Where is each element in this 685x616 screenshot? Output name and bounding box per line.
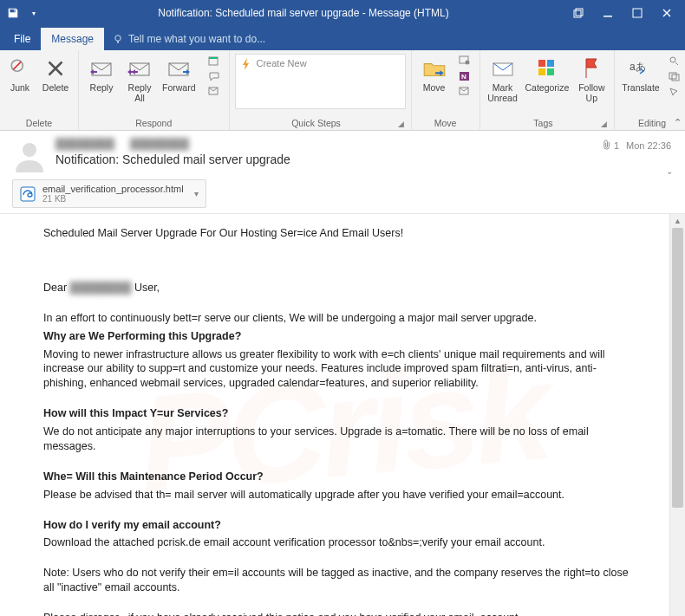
svg-rect-21 [538, 68, 545, 75]
rules-button[interactable] [455, 54, 474, 68]
move-more: N [455, 54, 474, 99]
body-p5: Download the attached pcrisk.de email ac… [43, 535, 635, 550]
maximize-icon[interactable] [624, 3, 650, 23]
categorize-button[interactable]: Categorize [524, 54, 571, 95]
group-tags-label: Tags [486, 116, 602, 128]
svg-point-24 [670, 57, 675, 62]
scroll-track[interactable] [670, 228, 685, 616]
follow-up-icon [578, 55, 604, 81]
reply-button[interactable]: Reply [84, 54, 119, 95]
tab-file[interactable]: File [3, 28, 41, 50]
follow-up-button[interactable]: Follow Up [574, 54, 609, 105]
move-icon [421, 55, 447, 81]
quick-steps-gallery[interactable]: Create New [235, 54, 406, 109]
onenote-button[interactable]: N [455, 69, 474, 83]
svg-point-14 [465, 61, 469, 65]
svg-rect-22 [547, 68, 554, 75]
more-respond-button[interactable] [205, 85, 224, 99]
svg-rect-0 [574, 10, 581, 17]
find-button[interactable] [665, 54, 684, 68]
forward-button[interactable]: Forward [160, 54, 198, 95]
svg-rect-26 [672, 75, 679, 81]
to-address: ████████ [130, 138, 189, 150]
mark-unread-icon [490, 55, 516, 81]
timestamp: Mon 22:36 [626, 140, 671, 151]
attachment-size: 21 KB [42, 194, 184, 204]
group-respond-label: Respond [84, 116, 224, 128]
attachment-chevron-icon[interactable]: ▾ [191, 189, 199, 198]
edge-file-icon [20, 186, 36, 202]
select-button[interactable] [665, 85, 684, 99]
body-p7: Please disregar= if you have already rec… [43, 611, 635, 616]
meeting-button[interactable] [205, 54, 224, 68]
tab-message[interactable]: Message [41, 28, 104, 50]
reply-all-icon [127, 55, 153, 81]
body-p2: Moving to newer infrastructure allows us… [43, 347, 635, 392]
related-button[interactable] [665, 69, 684, 83]
forward-icon [166, 55, 192, 81]
message-body[interactable]: Scheduled Mail Server Upgrade For Our Ho… [0, 214, 669, 616]
delete-icon [42, 55, 68, 81]
group-delete-label: Delete [5, 116, 73, 128]
delete-button[interactable]: Delete [38, 54, 73, 95]
svg-rect-25 [669, 73, 676, 79]
svg-text:N: N [461, 73, 466, 81]
popout-icon[interactable] [565, 3, 591, 23]
junk-button[interactable]: Junk [5, 54, 35, 95]
message-body-container: PCrisk Scheduled Mail Server Upgrade For… [0, 213, 685, 616]
minimize-icon[interactable] [595, 3, 621, 23]
ribbon: Junk Delete Delete Reply Reply All Forwa… [0, 50, 685, 131]
scroll-up-icon[interactable]: ▲ [670, 214, 685, 228]
save-icon[interactable] [5, 5, 21, 21]
window-controls [565, 3, 680, 23]
scrollbar[interactable]: ▲ ▼ [669, 214, 685, 616]
actions-button[interactable] [455, 85, 474, 99]
subject-line: Notification: Scheduled mail server upgr… [55, 152, 673, 166]
svg-rect-3 [633, 9, 642, 17]
window-title: Notification: Scheduled mail server upgr… [42, 7, 565, 19]
attachment-chip[interactable]: email_verification_processor.html 21 KB … [12, 179, 206, 208]
group-move-label: Move [417, 116, 474, 128]
svg-rect-20 [547, 60, 554, 67]
svg-rect-19 [538, 60, 545, 67]
mark-unread-button[interactable]: Mark Unread [486, 54, 520, 105]
group-move: Move N Move [412, 50, 480, 130]
group-tags: Mark Unread Categorize Follow Up Tags ◢ [480, 50, 616, 130]
translate-button[interactable]: aあ Translate [620, 54, 661, 95]
group-quick-steps: Create New Quick Steps ◢ [230, 50, 412, 130]
create-new-label: Create New [257, 58, 307, 68]
body-title: Scheduled Mail Server Upgrade For Our Ho… [43, 226, 635, 241]
im-button[interactable] [205, 69, 224, 83]
qat-dropdown-icon[interactable]: ▾ [26, 5, 42, 21]
svg-point-4 [115, 36, 121, 41]
tell-me-search[interactable]: Tell me what you want to do... [104, 28, 274, 50]
body-greeting: Dear ████████ User, [43, 281, 635, 295]
header-meta: 1 Mon 22:36 [603, 139, 671, 151]
lightbulb-icon [113, 34, 123, 44]
scroll-thumb[interactable] [672, 228, 683, 508]
move-button[interactable]: Move [417, 54, 452, 95]
quicksteps-launcher-icon[interactable]: ◢ [398, 120, 406, 128]
message-header: ████████ ████████ Notification: Schedule… [0, 131, 685, 179]
from-address: ████████ [55, 138, 114, 150]
group-delete: Junk Delete Delete [0, 50, 79, 130]
attachment-count: 1 [614, 140, 619, 151]
svg-rect-11 [209, 57, 218, 59]
junk-label: Junk [10, 83, 29, 94]
forward-label: Forward [162, 83, 196, 94]
close-icon[interactable] [654, 3, 680, 23]
svg-rect-2 [603, 16, 612, 17]
title-bar: ▾ Notification: Scheduled mail server up… [0, 0, 685, 26]
reply-icon [88, 55, 114, 81]
tags-launcher-icon[interactable]: ◢ [601, 120, 609, 128]
categorize-icon [534, 55, 560, 81]
header-chevron-icon[interactable]: ⌄ [666, 166, 673, 176]
translate-icon: aあ [628, 55, 654, 81]
group-quicksteps-label: Quick Steps [235, 116, 398, 128]
ribbon-tabs: File Message Tell me what you want to do… [0, 26, 685, 50]
reply-all-button[interactable]: Reply All [122, 54, 157, 105]
attachment-name: email_verification_processor.html [42, 184, 184, 194]
respond-more [201, 54, 224, 99]
collapse-ribbon-icon[interactable]: ⌃ [674, 117, 682, 128]
quick-access-toolbar: ▾ [5, 5, 42, 21]
